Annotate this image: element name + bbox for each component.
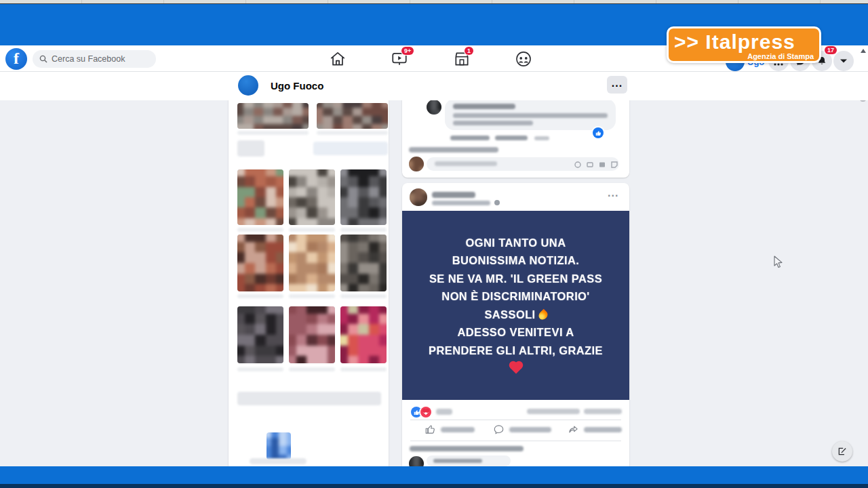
mouse-cursor (774, 256, 783, 269)
bottom-dark-strip (0, 484, 868, 488)
share-outline-icon (568, 424, 578, 434)
thumbs-up-outline-icon (425, 424, 435, 434)
photo-thumbnail[interactable] (289, 235, 335, 291)
love-count-icon[interactable] (420, 407, 431, 418)
share-button[interactable] (568, 424, 622, 434)
profile-sticky-bar (0, 71, 868, 100)
blurred-input-placeholder (435, 161, 497, 166)
like-reaction-badge[interactable] (593, 127, 604, 138)
blurred-caption (289, 228, 335, 232)
blurred-comment-label (509, 427, 551, 432)
blurred-like-label (441, 427, 475, 432)
photo-thumbnail[interactable] (237, 306, 283, 363)
heart-icon (423, 409, 429, 415)
blurred-reply-link (495, 136, 528, 140)
camera-icon[interactable] (587, 161, 593, 168)
photo-thumbnail[interactable] (237, 169, 283, 225)
notifications-badge: 17 (825, 46, 837, 54)
edit-fab-button[interactable] (832, 441, 852, 462)
edit-icon (837, 447, 847, 456)
watch-badge: 9+ (401, 47, 414, 55)
globe-privacy-icon (494, 200, 500, 205)
blurred-text (313, 142, 388, 155)
facebook-profile-page: f Cerca su Facebook 9+ 1 Ugo (0, 0, 868, 488)
blurred-caption (317, 131, 388, 135)
blurred-caption (340, 294, 387, 298)
chevron-down-icon (840, 58, 848, 64)
blurred-post-timestamp (432, 201, 490, 205)
facebook-logo-icon[interactable]: f (5, 48, 27, 70)
own-avatar (409, 157, 424, 171)
post-image[interactable]: OGNI TANTO UNABUONISSIMA NOTIZIA.SE NE V… (402, 211, 629, 400)
photo-thumbnail[interactable] (289, 306, 335, 363)
blurred-commenter-name (433, 459, 482, 463)
divider (410, 420, 621, 420)
blurred-caption (340, 228, 387, 232)
blurred-reaction-count (436, 409, 452, 415)
blurred-timestamp (534, 136, 549, 140)
blurred-caption (340, 367, 387, 371)
italpress-logo: >> Italpress Agenzia di Stampa (667, 26, 821, 63)
groups-tab-icon[interactable] (515, 50, 532, 68)
search-icon (39, 55, 47, 63)
gif-icon[interactable] (599, 161, 606, 168)
home-tab-icon[interactable] (329, 50, 347, 68)
blurred-post-author-name (432, 192, 475, 198)
photo-thumbnail[interactable] (237, 235, 283, 291)
blurred-label (250, 458, 307, 464)
photo-thumbnail[interactable] (317, 103, 388, 129)
blurred-like-link (450, 136, 490, 140)
blurred-text (237, 140, 264, 157)
blurred-comments-count (527, 409, 580, 414)
blurred-blue-icon (267, 432, 291, 460)
photo-thumbnail[interactable] (237, 103, 309, 129)
blurred-view-more-comments-link (409, 147, 498, 152)
thumbs-up-icon (595, 130, 601, 136)
blurred-commenter-name (453, 104, 515, 109)
photo-thumbnail[interactable] (340, 235, 387, 291)
blurred-comment-text (453, 113, 608, 118)
account-menu-button[interactable] (833, 51, 854, 71)
scrollbar-up-arrow[interactable] (861, 49, 866, 53)
blurred-show-previous-comments-link (410, 446, 524, 451)
profile-avatar[interactable] (238, 75, 258, 96)
profile-more-button[interactable]: ... (607, 76, 627, 94)
comment-outline-icon (494, 424, 504, 434)
marketplace-badge: 1 (465, 47, 473, 55)
blurred-caption (237, 294, 283, 298)
profile-name: Ugo Fuoco (271, 80, 323, 92)
divider (410, 441, 621, 441)
italpress-tagline: Agenzia di Stampa (747, 52, 814, 60)
blurred-share-label (584, 427, 622, 432)
post-more-button[interactable]: ... (608, 187, 618, 199)
blurred-caption (237, 367, 283, 371)
blurred-section-header (237, 392, 381, 405)
comment-button[interactable] (494, 424, 551, 434)
blurred-shares-count (584, 409, 622, 414)
photo-thumbnail[interactable] (340, 169, 387, 225)
thumbs-up-icon (414, 409, 420, 415)
photo-thumbnail[interactable] (340, 306, 387, 363)
like-button[interactable] (425, 424, 475, 434)
search-input[interactable]: Cerca su Facebook (33, 50, 156, 68)
blurred-caption (237, 131, 309, 135)
blurred-comment-text (453, 121, 533, 125)
post-image-text: OGNI TANTO UNABUONISSIMA NOTIZIA.SE NE V… (429, 234, 603, 378)
commenter-avatar[interactable] (427, 100, 441, 115)
post-author-avatar[interactable] (410, 188, 427, 206)
photo-thumbnail[interactable] (289, 169, 335, 225)
sticker-icon[interactable] (611, 161, 618, 168)
italpress-logo-text: >> Italpress (674, 30, 795, 54)
blurred-caption (289, 367, 335, 371)
search-placeholder: Cerca su Facebook (52, 54, 125, 64)
bottom-blue-banner (0, 466, 868, 485)
blurred-caption (289, 294, 335, 298)
emoji-icon[interactable] (574, 161, 581, 168)
blurred-caption (237, 228, 283, 232)
